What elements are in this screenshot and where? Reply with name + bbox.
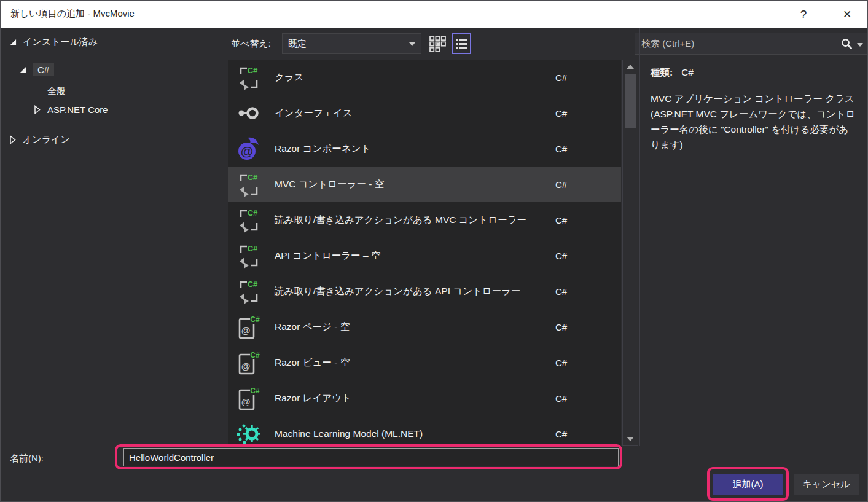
add-new-item-dialog: 新しい項目の追加 - MvcMovie ? ✕ インストール済み C# 全般 A… [0, 0, 868, 502]
language-tag: C# [555, 108, 567, 119]
language-tag: C# [555, 322, 567, 332]
list-view-icon [456, 39, 467, 41]
list-item-razor-view-empty[interactable]: Razor ビュー - 空 C# [228, 345, 621, 380]
search-input[interactable]: 検索 (Ctrl+E) [635, 33, 868, 55]
list-item-interface[interactable]: インターフェイス C# [228, 95, 621, 131]
add-button[interactable]: 追加(A) [713, 474, 783, 495]
dialog-title: 新しい項目の追加 - MvcMovie [10, 8, 135, 20]
language-tag: C# [555, 429, 567, 439]
csharp-class-icon [237, 278, 261, 305]
name-input[interactable] [123, 448, 619, 466]
list-view-button[interactable] [452, 33, 471, 54]
tree-label-general: 全般 [47, 85, 66, 97]
blazor-icon [237, 135, 261, 162]
scrollbar-thumb[interactable] [625, 74, 636, 128]
razor-page-icon [237, 385, 261, 412]
tree-node-aspnet-core[interactable]: ASP.NET Core [34, 104, 108, 115]
grid-view-button[interactable] [429, 36, 446, 52]
type-value: C# [681, 67, 694, 77]
tree-label-aspnet-core: ASP.NET Core [47, 104, 108, 115]
csharp-class-icon [237, 64, 261, 91]
chevron-down-icon [409, 42, 415, 46]
language-tag: C# [555, 215, 567, 226]
template-description: MVC アプリケーション コントローラー クラス (ASP.NET MVC フレ… [651, 91, 857, 152]
tree-node-csharp[interactable]: C# [19, 63, 54, 76]
search-icon [841, 38, 852, 49]
list-scrollbar[interactable] [622, 60, 638, 446]
sort-dropdown[interactable]: 既定 [282, 33, 421, 54]
help-button[interactable]: ? [793, 6, 814, 24]
close-button[interactable]: ✕ [835, 6, 859, 24]
template-list: クラス C# インターフェイス C# Razor コンポーネント C# MVC … [228, 60, 621, 446]
list-item-api-controller-rw[interactable]: 読み取り/書き込みアクションがある API コントローラー C# [228, 273, 621, 309]
language-tag: C# [555, 393, 567, 404]
tree-label-online: オンライン [23, 134, 70, 146]
language-tag: C# [555, 144, 567, 154]
list-item-razor-layout[interactable]: Razor レイアウト C# [228, 380, 621, 416]
interface-icon [237, 100, 261, 127]
sort-label: 並べ替え: [231, 38, 271, 50]
language-tag: C# [555, 286, 567, 297]
expanded-triangle-icon [19, 66, 26, 74]
csharp-class-icon [237, 171, 261, 198]
list-item-mlnet-model[interactable]: Machine Learning Model (ML.NET) C# [228, 416, 621, 446]
list-item-mvc-controller-rw[interactable]: 読み取り/書き込みアクションがある MVC コントローラー C# [228, 202, 621, 238]
list-item-class[interactable]: クラス C# [228, 60, 621, 95]
name-label: 名前(N): [10, 453, 44, 465]
search-dropdown-icon[interactable] [857, 43, 863, 47]
mlnet-gear-icon [237, 420, 261, 446]
csharp-class-icon [237, 206, 261, 233]
list-item-mvc-controller-empty[interactable]: MVC コントローラー - 空 C# [228, 167, 621, 202]
scroll-up-icon[interactable] [627, 65, 634, 69]
titlebar: 新しい項目の追加 - MvcMovie ? ✕ [1, 1, 867, 28]
razor-page-icon [237, 313, 261, 340]
tree-label-csharp: C# [33, 63, 54, 76]
cancel-button[interactable]: キャンセル [794, 474, 859, 495]
sort-dropdown-value: 既定 [288, 38, 307, 50]
search-placeholder: 検索 (Ctrl+E) [641, 38, 694, 50]
razor-page-icon [237, 349, 261, 376]
collapsed-triangle-icon [9, 135, 17, 144]
language-tag: C# [555, 179, 567, 190]
panel-divider [639, 28, 640, 446]
tree-node-general[interactable]: 全般 [47, 85, 66, 97]
expanded-triangle-icon [9, 39, 17, 46]
tree-node-online[interactable]: オンライン [9, 134, 70, 146]
list-item-razor-component[interactable]: Razor コンポーネント C# [228, 131, 621, 167]
language-tag: C# [555, 251, 567, 261]
list-item-razor-page-empty[interactable]: Razor ページ - 空 C# [228, 309, 621, 345]
csharp-class-icon [237, 242, 261, 269]
language-tag: C# [555, 73, 567, 83]
list-item-api-controller-empty[interactable]: API コントローラー – 空 C# [228, 238, 621, 273]
collapsed-triangle-icon [34, 105, 41, 114]
language-tag: C# [555, 358, 567, 368]
tree-node-installed[interactable]: インストール済み [9, 36, 98, 48]
scroll-down-icon[interactable] [627, 437, 634, 441]
type-label: 種類: [651, 67, 673, 77]
details-panel: 種類:C# MVC アプリケーション コントローラー クラス (ASP.NET … [651, 66, 857, 152]
tree-label-installed: インストール済み [23, 36, 98, 48]
